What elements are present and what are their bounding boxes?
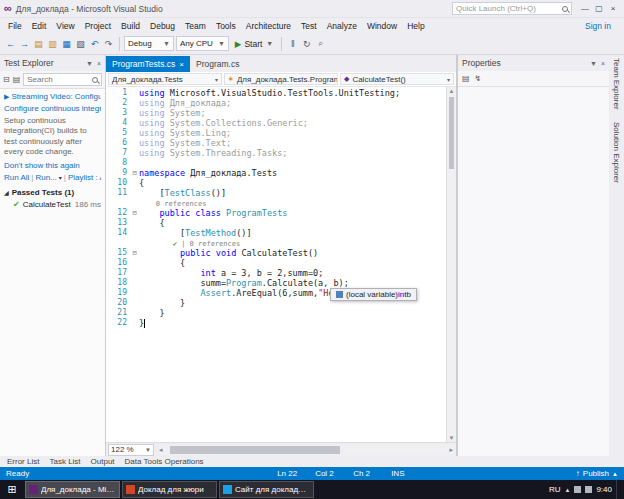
menu-item-build[interactable]: Build bbox=[116, 21, 145, 31]
playlist-link[interactable]: Playlist : All Te... bbox=[68, 173, 101, 182]
new-file-icon[interactable]: ▤ bbox=[32, 39, 45, 49]
properties-header[interactable]: Properties ▼ × bbox=[458, 55, 609, 71]
window-position-icon[interactable]: ▼ bbox=[590, 60, 597, 67]
hidden-icons-arrow[interactable]: ▲ bbox=[564, 487, 570, 493]
code-line[interactable]: 13 { bbox=[106, 218, 446, 228]
start-debug-button[interactable]: ▶ Start ▼ bbox=[231, 36, 277, 51]
menu-item-analyze[interactable]: Analyze bbox=[322, 21, 362, 31]
menu-item-view[interactable]: View bbox=[51, 21, 79, 31]
menu-item-team[interactable]: Team bbox=[180, 21, 211, 31]
find-icon[interactable]: ⌕ bbox=[314, 38, 327, 49]
menu-item-tools[interactable]: Tools bbox=[211, 21, 241, 31]
show-desktop-button[interactable] bbox=[616, 480, 620, 499]
breadcrumb-dropdown[interactable]: ◆CalculateTest()▾ bbox=[340, 73, 454, 85]
run-link[interactable]: Run... bbox=[35, 173, 56, 182]
code-line[interactable]: 21 } bbox=[106, 308, 446, 318]
run-all-link[interactable]: Run All bbox=[4, 173, 29, 182]
categorized-icon[interactable]: ▤ bbox=[462, 74, 470, 83]
start-button[interactable]: ⊞ bbox=[0, 483, 24, 496]
bottom-tab-output[interactable]: Output bbox=[86, 457, 120, 466]
menu-item-test[interactable]: Test bbox=[296, 21, 322, 31]
scroll-down-icon[interactable]: ▼ bbox=[447, 434, 456, 442]
side-tab-team-explorer[interactable]: Team Explorer bbox=[612, 58, 621, 110]
fold-icon[interactable]: ⊟ bbox=[130, 168, 139, 178]
menu-item-project[interactable]: Project bbox=[80, 21, 116, 31]
side-tab-solution-explorer[interactable]: Solution Explorer bbox=[612, 122, 621, 183]
test-search-box[interactable] bbox=[23, 73, 102, 86]
horizontal-scrollbar[interactable]: ◂ ▸ bbox=[158, 445, 454, 455]
codelens-row[interactable]: ✔ | 0 references bbox=[106, 238, 446, 248]
editor-tab[interactable]: Program.cs bbox=[190, 56, 245, 72]
menu-item-debug[interactable]: Debug bbox=[145, 21, 180, 31]
redo-icon[interactable]: ↷ bbox=[102, 39, 115, 49]
scrollbar-thumb[interactable] bbox=[449, 97, 454, 169]
scrollbar-thumb[interactable] bbox=[170, 446, 340, 454]
configure-ci-link[interactable]: Configure continuous integration bbox=[4, 104, 101, 113]
nav-back-icon[interactable]: ← bbox=[4, 39, 17, 49]
close-button[interactable]: × bbox=[606, 4, 620, 13]
expand-triangle-icon[interactable]: ◢ bbox=[4, 189, 9, 196]
sign-in-link[interactable]: Sign in bbox=[585, 21, 621, 31]
code-line[interactable]: 1using Microsoft.VisualStudio.TestTools.… bbox=[106, 88, 446, 98]
collapse-all-icon[interactable]: ⊟ bbox=[3, 75, 10, 84]
taskbar-app-button[interactable]: Сайт для доклада н... bbox=[219, 481, 314, 498]
menu-item-file[interactable]: File bbox=[3, 21, 27, 31]
menu-item-help[interactable]: Help bbox=[402, 21, 429, 31]
chevron-down-icon[interactable]: ▾ bbox=[59, 174, 62, 181]
publish-button[interactable]: ↑ Publish ▲ bbox=[576, 469, 618, 478]
menu-item-architecture[interactable]: Architecture bbox=[241, 21, 296, 31]
taskbar-app-button[interactable]: Доклад для жюри bbox=[122, 481, 217, 498]
code-line[interactable]: 14 [TestMethod()] bbox=[106, 228, 446, 238]
platform-dropdown[interactable]: Any CPU ▼ bbox=[176, 36, 229, 51]
test-explorer-header[interactable]: Test Explorer ▼ × bbox=[0, 55, 105, 71]
code-line[interactable]: 5using System.Linq; bbox=[106, 128, 446, 138]
close-icon[interactable]: × bbox=[601, 60, 605, 67]
code-line[interactable]: 3using System; bbox=[106, 108, 446, 118]
taskbar-app-button[interactable]: Для_доклада - Micr... bbox=[25, 481, 120, 498]
events-icon[interactable]: ↯ bbox=[475, 74, 482, 83]
scroll-right-icon[interactable]: ▸ bbox=[449, 445, 453, 455]
vertical-scrollbar[interactable]: ▲ ▼ bbox=[446, 87, 456, 442]
network-icon[interactable] bbox=[574, 486, 581, 493]
open-file-icon[interactable]: ▥ bbox=[46, 39, 59, 49]
group-by-icon[interactable]: ▤ bbox=[13, 75, 21, 84]
language-indicator[interactable]: RU bbox=[549, 485, 561, 494]
code-line[interactable]: 16 { bbox=[106, 258, 446, 268]
passed-tests-group[interactable]: ◢ Passed Tests (1) bbox=[4, 188, 101, 197]
code-line[interactable]: 12⊟ public class ProgramTests bbox=[106, 208, 446, 218]
code-line[interactable]: 9⊟namespace Для_доклада.Tests bbox=[106, 168, 446, 178]
nav-forward-icon[interactable]: → bbox=[18, 39, 31, 49]
breadcrumb-dropdown[interactable]: ∗Для_доклада.Tests.ProgramTests▾ bbox=[224, 73, 338, 85]
code-line[interactable]: 11 [TestClass()] bbox=[106, 188, 446, 198]
restart-icon[interactable]: ↻ bbox=[300, 39, 313, 49]
menu-item-window[interactable]: Window bbox=[362, 21, 402, 31]
scroll-up-icon[interactable]: ▲ bbox=[447, 87, 456, 95]
code-line[interactable]: 2using Для_доклада; bbox=[106, 98, 446, 108]
clock[interactable]: 9:40 bbox=[596, 485, 612, 494]
menu-item-edit[interactable]: Edit bbox=[27, 21, 52, 31]
code-line[interactable]: 4using System.Collections.Generic; bbox=[106, 118, 446, 128]
code-line[interactable]: 10{ bbox=[106, 178, 446, 188]
code-line[interactable]: 7using System.Threading.Tasks; bbox=[106, 148, 446, 158]
code-lines[interactable]: 1using Microsoft.VisualStudio.TestTools.… bbox=[106, 87, 446, 442]
streaming-video-link[interactable]: Streaming Video: Configure co bbox=[11, 92, 101, 101]
dismiss-link[interactable]: Don't show this again bbox=[4, 161, 80, 170]
scroll-left-icon[interactable]: ◂ bbox=[159, 445, 163, 455]
window-position-icon[interactable]: ▼ bbox=[86, 60, 93, 67]
bottom-tab-task-list[interactable]: Task List bbox=[44, 457, 85, 466]
maximize-button[interactable]: ▢ bbox=[592, 4, 606, 13]
close-icon[interactable]: × bbox=[179, 60, 184, 69]
code-line[interactable]: 17 int a = 3, b = 2,summ=0; bbox=[106, 268, 446, 278]
pause-icon[interactable]: ‖ bbox=[286, 39, 299, 49]
save-icon[interactable]: ▦ bbox=[60, 39, 73, 49]
code-line[interactable]: 22} bbox=[106, 318, 446, 328]
code-line[interactable]: 15⊟ public void CalculateTest() bbox=[106, 248, 446, 258]
code-line[interactable]: 8 bbox=[106, 158, 446, 168]
code-editor[interactable]: 1using Microsoft.VisualStudio.TestTools.… bbox=[106, 87, 456, 442]
bottom-tab-error-list[interactable]: Error List bbox=[2, 457, 44, 466]
volume-icon[interactable] bbox=[585, 486, 592, 493]
quick-launch-input[interactable]: Quick Launch (Ctrl+Q) bbox=[452, 2, 572, 15]
editor-tab[interactable]: ProgramTests.cs× bbox=[106, 56, 190, 72]
test-result-row[interactable]: ✔CalculateTest186 ms bbox=[4, 200, 101, 209]
fold-icon[interactable]: ⊟ bbox=[130, 248, 139, 258]
